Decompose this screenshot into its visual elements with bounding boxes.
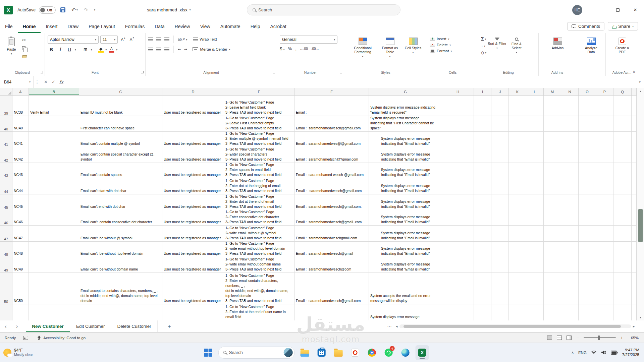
cell-K47[interactable] [509, 226, 526, 242]
cell-E49[interactable]: 1- Go to "New Customer" Page 2- write em… [224, 257, 294, 273]
row-header-42[interactable]: 42 [0, 147, 12, 163]
row-header-50[interactable]: 50 [0, 273, 12, 304]
cell-O41[interactable] [579, 132, 596, 147]
cell-M49[interactable] [544, 257, 561, 273]
cell-K48[interactable] [509, 242, 526, 257]
cell-N40[interactable] [561, 116, 579, 132]
cell-D48[interactable]: User must be registered as manager [162, 242, 224, 257]
row-header-48[interactable]: 48 [0, 242, 12, 257]
row-header-46[interactable]: 46 [0, 210, 12, 226]
cell-O44[interactable] [579, 178, 596, 194]
cell-C51[interactable] [79, 304, 162, 320]
taskbar-app-excel[interactable]: X [416, 345, 429, 360]
cell-B50[interactable] [29, 273, 79, 304]
cell-P50[interactable] [596, 273, 613, 304]
cell-A49[interactable]: NC49 [12, 257, 29, 273]
cell-H39[interactable] [442, 96, 474, 116]
decrease-decimal-button[interactable]: .00→ [311, 47, 319, 51]
cell-G43[interactable]: System displays error message indicating… [369, 163, 442, 178]
cell-Q50[interactable] [613, 273, 632, 304]
cell-O50[interactable] [579, 273, 596, 304]
row-header-43[interactable]: 43 [0, 163, 12, 178]
increase-indent-button[interactable]: ⇥ [184, 47, 187, 52]
cell-O48[interactable] [579, 242, 596, 257]
minimize-button[interactable] [592, 0, 609, 20]
comma-style-button[interactable]: , [295, 46, 297, 51]
cell-E47[interactable]: 1- Go to "New Customer" Page 2- write em… [224, 226, 294, 242]
row-header-51[interactable]: 51 [0, 304, 12, 320]
cell-M43[interactable] [544, 163, 561, 178]
cell-D40[interactable] [162, 116, 224, 132]
cell-E41[interactable]: 1- Go to "New Customer" Page 2- Enter mu… [224, 132, 294, 147]
cell-H42[interactable] [442, 147, 474, 163]
cell-O43[interactable] [579, 163, 596, 178]
cell-I41[interactable] [474, 132, 491, 147]
row-header-40[interactable]: 40 [0, 116, 12, 132]
cell-H51[interactable] [442, 304, 474, 320]
accounting-format-button[interactable]: $ ▾ [280, 46, 285, 51]
cell-J42[interactable] [491, 147, 509, 163]
scroll-up-arrow[interactable]: ▴ [637, 89, 644, 93]
ribbon-tab-draw[interactable]: Draw [62, 20, 84, 33]
collapse-ribbon-button[interactable]: ∧ [633, 69, 635, 74]
cell-B51[interactable] [29, 304, 79, 320]
column-header-E[interactable]: E [224, 88, 294, 95]
save-button[interactable] [59, 7, 67, 13]
cell-I43[interactable] [474, 163, 491, 178]
cell-P39[interactable] [596, 96, 613, 116]
decrease-indent-button[interactable]: ⇤ [178, 47, 181, 52]
cell-F48[interactable]: Email : saramohamedwesch@gmail [294, 242, 369, 257]
horizontal-scrollbar[interactable]: ◄ ► [395, 324, 635, 328]
copy-button[interactable] [22, 45, 26, 51]
format-as-table-button[interactable]: Format as Table ▾ [379, 36, 401, 66]
column-header-B[interactable]: B [29, 88, 79, 95]
cell-Q49[interactable] [613, 257, 632, 273]
cell-N49[interactable] [561, 257, 579, 273]
cell-Q51[interactable] [613, 304, 632, 320]
cell-Q45[interactable] [613, 194, 632, 210]
taskbar-app-store[interactable] [315, 345, 328, 360]
add-sheet-button[interactable]: + [165, 322, 174, 331]
row-header-41[interactable]: 41 [0, 132, 12, 147]
cell-M39[interactable] [544, 96, 561, 116]
cell-O47[interactable] [579, 226, 596, 242]
cell-H46[interactable] [442, 210, 474, 226]
align-right-button[interactable] [164, 48, 169, 51]
cell-L41[interactable] [526, 132, 544, 147]
sheet-tab-new-customer[interactable]: New Customer [26, 320, 70, 332]
align-middle-button[interactable] [156, 38, 161, 41]
number-dialog-launcher[interactable] [340, 71, 342, 73]
font-dialog-launcher[interactable] [141, 71, 144, 73]
volume-icon[interactable] [601, 350, 606, 355]
comments-button[interactable]: Comments [567, 22, 604, 31]
column-header-N[interactable]: N [561, 88, 579, 95]
cell-N45[interactable] [561, 194, 579, 210]
percent-style-button[interactable]: % [288, 46, 292, 51]
row-header-45[interactable]: 45 [0, 194, 12, 210]
cell-L40[interactable] [526, 116, 544, 132]
ribbon-tab-review[interactable]: Review [170, 20, 195, 33]
fill-button[interactable]: ↓▾ [481, 44, 486, 48]
delete-cells-button[interactable]: × Delete ▾ [430, 43, 452, 47]
column-header-D[interactable]: D [162, 88, 224, 95]
cell-B41[interactable] [29, 132, 79, 147]
cell-I46[interactable] [474, 210, 491, 226]
vertical-scrollbar[interactable]: ▴ ▾ [637, 88, 644, 320]
paste-button[interactable]: Paste ▾ [3, 36, 20, 66]
ribbon-tab-formulas[interactable]: Formulas [120, 20, 150, 33]
cell-I51[interactable] [474, 304, 491, 320]
cell-K46[interactable] [509, 210, 526, 226]
cell-H45[interactable] [442, 194, 474, 210]
cell-O51[interactable] [579, 304, 596, 320]
avatar[interactable]: HE [572, 5, 582, 15]
column-header-A[interactable]: A [12, 88, 29, 95]
accessibility-status[interactable]: Accessibility: Good to go [37, 336, 86, 340]
align-bottom-button[interactable] [164, 38, 169, 41]
cell-Q44[interactable] [613, 178, 632, 194]
undo-button[interactable]: ↶▾ [70, 7, 79, 13]
sheet-nav-right-arrow[interactable]: › [11, 323, 23, 330]
sheet-tab-delete-customer[interactable]: Delete Customer [111, 320, 157, 332]
cell-I40[interactable] [474, 116, 491, 132]
cell-P41[interactable] [596, 132, 613, 147]
cell-A47[interactable]: NC47 [12, 226, 29, 242]
